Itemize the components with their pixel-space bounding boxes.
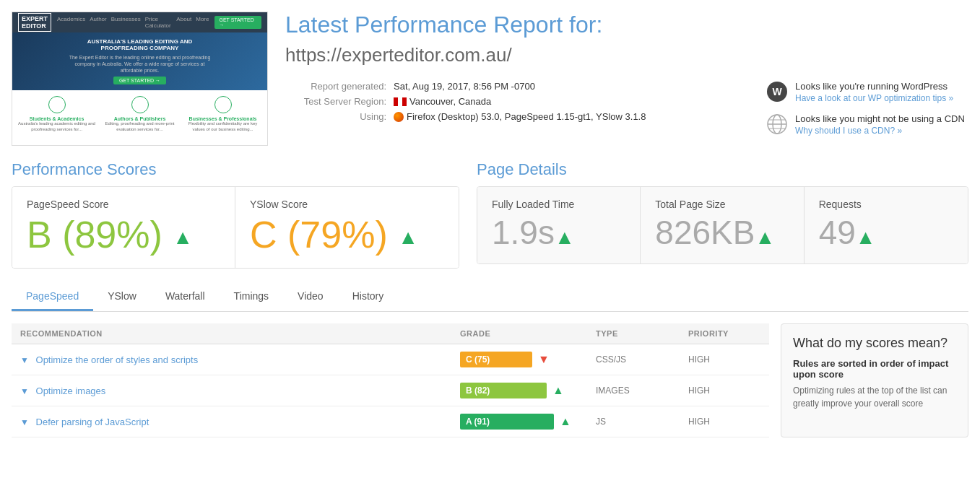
using-label: Using:: [285, 111, 386, 122]
fake-nav-link: Businesses: [111, 16, 141, 29]
tabs: PageSpeed YSlow Waterfall Timings Video …: [12, 283, 968, 311]
scores-grid: PageSpeed Score B (89%) ▲ YSlow Score C …: [12, 186, 459, 269]
table-row: ▼ Defer parsing of JavaScript A (91) ▲ J…: [12, 406, 769, 437]
help-subtitle: Rules are sorted in order of impact upon…: [793, 358, 956, 380]
pagespeed-arrow-up: ▲: [173, 226, 193, 249]
server-label: Test Server Region:: [285, 96, 386, 107]
col-recommendation: RECOMMENDATION: [20, 329, 454, 338]
loaded-value: 1.9s▲: [492, 213, 625, 252]
type-2: IMAGES: [596, 385, 682, 396]
fake-hero-sub: The Expert Editor is the leading online …: [69, 54, 211, 74]
col-grade: GRADE: [460, 329, 590, 338]
generated-value: Sat, Aug 19, 2017, 8:56 PM -0700: [394, 81, 535, 92]
grade-arrow-up-3: ▲: [560, 415, 571, 428]
server-value: Vancouver, Canada: [409, 96, 491, 107]
fake-get-started: GET STARTED →: [214, 16, 261, 29]
tab-timings[interactable]: Timings: [220, 283, 284, 311]
fake-nav-link: Academics: [57, 16, 85, 29]
size-value: 826KB▲: [655, 213, 789, 252]
rec-name-1[interactable]: ▼ Optimize the order of styles and scrip…: [20, 354, 454, 365]
fake-card-2: Authors & Publishers Editing, proofreadi…: [101, 96, 178, 133]
recommendations-table: RECOMMENDATION GRADE TYPE PRIORITY ▼ Opt…: [12, 323, 769, 437]
priority-2: HIGH: [688, 385, 760, 396]
cdn-link[interactable]: Why should I use a CDN? »: [795, 126, 902, 136]
table-row: ▼ Optimize images B (82) ▲ IMAGES HIGH: [12, 375, 769, 406]
fake-card-1: Students & Academics Australia's leading…: [18, 96, 95, 133]
yslow-value: C (79%) ▲: [250, 213, 444, 256]
tabs-container: PageSpeed YSlow Waterfall Timings Video …: [12, 283, 968, 312]
cdn-notice: Looks like you might not be using a CDN …: [766, 113, 968, 136]
fake-nav-link: About: [176, 16, 191, 29]
pagespeed-value: B (89%) ▲: [27, 213, 220, 256]
grade-row-1: C (75) ▼: [460, 352, 590, 367]
col-priority: PRIORITY: [688, 329, 760, 338]
grade-row-2: B (82) ▲: [460, 383, 590, 398]
tab-waterfall[interactable]: Waterfall: [151, 283, 220, 311]
requests-box: Requests 49▲: [805, 187, 968, 263]
grade-arrow-up-2: ▲: [552, 384, 564, 397]
pagespeed-label: PageSpeed Score: [27, 199, 220, 210]
help-text: Optimizing rules at the top of the list …: [793, 384, 956, 410]
grade-row-3: A (91) ▲: [460, 414, 590, 430]
requests-value: 49▲: [819, 213, 953, 252]
wp-title: Looks like you're running WordPress: [795, 81, 953, 92]
tab-video[interactable]: Video: [283, 283, 338, 311]
performance-scores-title: Performance Scores: [12, 160, 459, 179]
fake-card-3: Businesses & Professionals Flexibility a…: [184, 96, 261, 133]
rec-name-3[interactable]: ▼ Defer parsing of JavaScript: [20, 417, 454, 427]
tab-history[interactable]: History: [338, 283, 399, 311]
type-1: CSS/JS: [596, 354, 682, 365]
grade-bar-2: B (82): [460, 383, 547, 398]
globe-icon: [766, 113, 788, 135]
fake-nav-link: Author: [90, 16, 107, 29]
fake-logo: EXPERTEDITOR: [18, 13, 51, 32]
wordpress-icon: W: [766, 81, 788, 103]
firefox-icon: [394, 112, 404, 122]
rec-name-2[interactable]: ▼ Optimize images: [20, 385, 454, 396]
report-url: https://experteditor.com.au/: [285, 44, 968, 66]
grade-bar-1: C (75): [460, 352, 532, 367]
toggle-icon-1[interactable]: ▼: [20, 355, 29, 365]
page-size-box: Total Page Size 826KB▲: [641, 187, 804, 263]
toggle-icon-2[interactable]: ▼: [20, 386, 29, 396]
report-title: Latest Performance Report for:: [285, 12, 968, 38]
help-box: What do my scores mean? Rules are sorted…: [781, 323, 968, 437]
size-label: Total Page Size: [655, 199, 789, 210]
yslow-label: YSlow Score: [250, 199, 444, 210]
priority-1: HIGH: [688, 354, 760, 365]
col-type: TYPE: [596, 329, 682, 338]
requests-label: Requests: [819, 199, 953, 210]
grade-bar-3: A (91): [460, 414, 554, 430]
table-row: ▼ Optimize the order of styles and scrip…: [12, 344, 769, 375]
type-3: JS: [596, 417, 682, 427]
tab-yslow[interactable]: YSlow: [93, 283, 151, 311]
page-details-title: Page Details: [477, 160, 968, 179]
loaded-time-box: Fully Loaded Time 1.9s▲: [477, 187, 641, 263]
fake-nav-link: Price Calculator: [145, 16, 173, 29]
fake-nav-link: More: [196, 16, 209, 29]
grade-arrow-down-1: ▼: [538, 353, 550, 366]
canada-flag-icon: [394, 97, 407, 106]
toggle-icon-3[interactable]: ▼: [20, 417, 29, 427]
using-value: Firefox (Desktop) 53.0, PageSpeed 1.15-g…: [407, 111, 646, 122]
loaded-label: Fully Loaded Time: [492, 199, 625, 210]
pagespeed-score-box: PageSpeed Score B (89%) ▲: [12, 187, 235, 268]
report-meta: Report generated: Sat, Aug 19, 2017, 8:5…: [285, 81, 646, 134]
generated-label: Report generated:: [285, 81, 386, 92]
details-grid: Fully Loaded Time 1.9s▲ Total Page Size …: [477, 186, 968, 264]
wp-link[interactable]: Have a look at our WP optimization tips …: [795, 93, 953, 103]
svg-text:W: W: [772, 86, 782, 97]
table-header: RECOMMENDATION GRADE TYPE PRIORITY: [12, 323, 769, 344]
website-screenshot: EXPERTEDITOR Academics Author Businesses…: [12, 12, 268, 146]
wp-notice: W Looks like you're running WordPress Ha…: [766, 81, 968, 103]
fake-hero-title: AUSTRALIA'S LEADING EDITING ANDPROOFREAD…: [87, 38, 193, 51]
yslow-arrow-up: ▲: [398, 226, 418, 249]
help-title: What do my scores mean?: [793, 336, 956, 351]
cdn-title: Looks like you might not be using a CDN: [795, 113, 965, 124]
tab-pagespeed[interactable]: PageSpeed: [12, 283, 93, 311]
yslow-score-box: YSlow Score C (79%) ▲: [235, 187, 459, 268]
priority-3: HIGH: [688, 417, 760, 427]
fake-hero-btn: GET STARTED →: [113, 77, 166, 84]
